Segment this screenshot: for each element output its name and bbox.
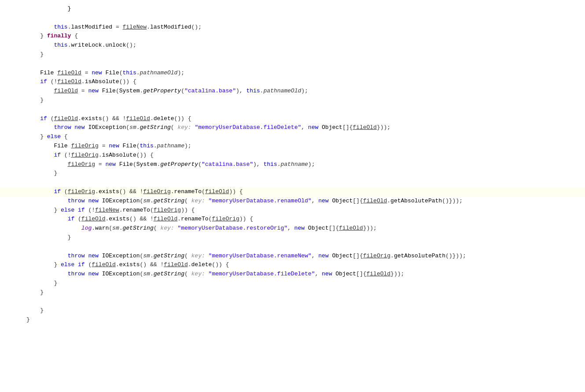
code-line: } [0, 279, 585, 288]
code-line: if (!fileOrig.isAbsolute()) { [0, 151, 585, 160]
code-line: this.lastModified = fileNew.lastModified… [0, 23, 585, 32]
code-line: } [0, 233, 585, 242]
code-line: } [0, 96, 585, 105]
code-line: } [0, 169, 585, 178]
code-line [0, 242, 585, 252]
code-line: } else if (fileOld.exists() && !fileOld.… [0, 260, 585, 270]
code-line: if (fileOld.exists() && !fileOld.renameT… [0, 215, 585, 224]
code-line [0, 297, 585, 307]
code-line: } else { [0, 132, 585, 142]
code-editor: } this.lastModified = fileNew.lastModifi… [0, 0, 585, 392]
code-line: } [0, 50, 585, 59]
code-line: File fileOld = new File(this.pathnameOld… [0, 69, 585, 78]
code-line: if (!fileOld.isAbsolute()) { [0, 77, 585, 87]
code-line [0, 14, 585, 23]
code-line: fileOrig = new File(System.getProperty("… [0, 160, 585, 169]
code-line: File fileOrig = new File(this.pathname); [0, 142, 585, 151]
code-line: } [0, 288, 585, 297]
code-line: fileOld = new File(System.getProperty("c… [0, 87, 585, 96]
code-line [0, 178, 585, 187]
code-line: } [0, 306, 585, 315]
code-line: } [0, 315, 585, 325]
code-line: } finally { [0, 32, 585, 41]
code-line: throw new IOException(sm.getString( key:… [0, 270, 585, 279]
code-line: throw new IOException(sm.getString( key:… [0, 252, 585, 261]
code-line: if (fileOld.exists() && !fileOld.delete(… [0, 114, 585, 124]
code-line: throw new IOException(sm.getString( key:… [0, 123, 585, 132]
code-line: throw new IOException(sm.getString( key:… [0, 197, 585, 206]
code-line: this.writeLock.unlock(); [0, 41, 585, 50]
code-line: } [0, 4, 585, 14]
code-line [0, 59, 585, 69]
code-line [0, 105, 585, 114]
code-line-highlighted: if (fileOrig.exists() && !fileOrig.renam… [0, 187, 585, 197]
code-line: log.warn(sm.getString( key: "memoryUserD… [0, 224, 585, 233]
code-line: } else if (!fileNew.renameTo(fileOrig)) … [0, 206, 585, 215]
